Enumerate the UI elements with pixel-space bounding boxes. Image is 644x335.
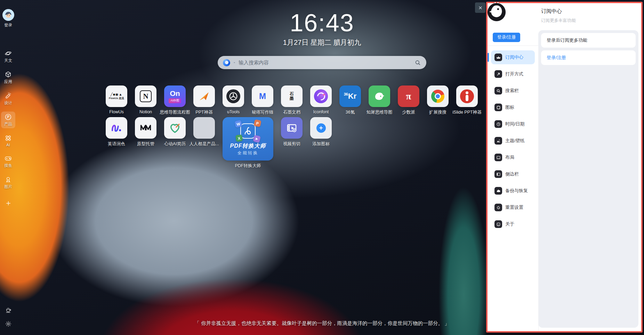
app-logo [487, 1, 507, 22]
app-label: 心动AI简历 [164, 141, 186, 147]
app-tile[interactable]: OnAI作图 [164, 85, 186, 107]
clock-widget[interactable]: 16:43 1月27日 星期二 腊月初九 [283, 10, 361, 47]
app-zhixi-mindmap[interactable]: 知犀思维导图 [369, 85, 390, 115]
word-badge: W [234, 120, 242, 128]
app-tile[interactable]: M [252, 85, 273, 107]
app-tile[interactable] [223, 85, 244, 107]
add-category-button[interactable] [5, 200, 12, 207]
app-shimo-docs[interactable]: 石墨 石墨文档 [281, 85, 303, 115]
app-utools[interactable]: uTools [223, 85, 244, 115]
design-pen-icon [5, 92, 12, 99]
pdf-subtitle: 全能转换 [238, 150, 258, 156]
gamepad-icon [5, 155, 12, 162]
settings-panel: 登录/注册 订阅中心 打开方式 搜索栏 图标 时间/日期 主题/壁纸 布局 侧边… [486, 2, 643, 333]
plus-icon [5, 200, 12, 207]
app-metaso-writing-cat[interactable]: M 秘塔写作猫 [252, 85, 273, 115]
search-input[interactable] [239, 60, 412, 65]
app-flowus[interactable]: ╱■◉▲FlowUs 息流 FlowUs [106, 85, 127, 115]
search-bar[interactable] [218, 56, 426, 69]
app-tile[interactable] [310, 85, 332, 107]
app-tile[interactable]: 36Kr [339, 85, 361, 107]
app-extension-search[interactable]: 扩展搜搜 [427, 85, 449, 115]
app-grid-row2: 英语润色 原型托管 心动AI简历 人人都是产品... W P X ▶ PDF转换… [106, 117, 332, 169]
product-p-icon: P [5, 113, 12, 121]
menu-item-sidebar[interactable]: 侧边栏 [491, 167, 535, 181]
app-everyone-product[interactable]: 人人都是产品... [193, 117, 215, 147]
sidebar-item-ai[interactable]: AI [1, 133, 15, 148]
menu-item-about[interactable]: 关于 [491, 217, 535, 231]
image-icon [494, 137, 502, 145]
reset-icon [494, 204, 502, 211]
layout-icon [494, 154, 502, 161]
coffee-icon[interactable] [5, 307, 12, 313]
app-mindmap-flowchart[interactable]: OnAI作图 思维导图流程图 [164, 85, 186, 115]
daily-quote: 「 你并非孤立无援，也绝非无关紧要。就像叶子是树的一部分，雨滴是海洋的一部分，你… [194, 320, 449, 327]
cube-icon [5, 71, 12, 78]
app-islide-ppt[interactable]: iSlide PPT神器 [456, 85, 478, 115]
app-tile[interactable] [164, 117, 186, 139]
app-tile[interactable]: N [135, 85, 156, 107]
menu-item-layout[interactable]: 布局 [491, 150, 535, 164]
app-36kr[interactable]: 36Kr 36氪 [339, 85, 361, 115]
menu-item-time-date[interactable]: 时间/日期 [491, 117, 535, 131]
app-tile[interactable]: + [310, 117, 332, 139]
sidebar-item-design[interactable]: 设计 [1, 90, 15, 107]
ai-knot-icon [5, 134, 12, 142]
sidebar-item-fishing[interactable]: 摸鱼 [1, 153, 15, 170]
panel-title: 订阅中心 [541, 8, 562, 15]
menu-item-search-bar[interactable]: 搜索栏 [491, 84, 535, 98]
sidebar-item-product[interactable]: P 产品 [1, 112, 15, 128]
chevron-down-icon[interactable] [233, 61, 236, 64]
app-prototype-hosting[interactable]: 原型托管 [135, 117, 156, 147]
clock-time: 16:43 [283, 10, 361, 36]
app-sspai[interactable]: π 少数派 [398, 85, 419, 115]
menu-item-reset-settings[interactable]: 重置设置 [491, 201, 535, 214]
menu-item-open-mode[interactable]: 打开方式 [491, 67, 535, 81]
app-tile[interactable] [193, 85, 215, 107]
magnifier-icon[interactable] [414, 59, 421, 66]
app-tile[interactable] [135, 117, 156, 139]
app-tile[interactable] [106, 117, 127, 139]
app-tile[interactable] [427, 85, 449, 107]
app-label: 石墨文档 [283, 109, 300, 115]
app-tile-pdf-master[interactable]: W P X ▶ PDF转换大师 全能转换 [223, 117, 273, 161]
left-rail: 登录 天文 应用 设计 P 产品 AI 摸鱼 图片 [0, 0, 16, 335]
app-tile[interactable] [369, 85, 390, 107]
app-label: 36氪 [346, 109, 355, 115]
close-panel-button[interactable] [475, 2, 485, 13]
app-ai-resume[interactable]: 心动AI简历 [164, 117, 186, 147]
sidebar-item-astronomy[interactable]: 天文 [1, 48, 15, 65]
app-tile[interactable]: π [398, 85, 419, 107]
video-badge: ▶ [253, 134, 261, 142]
square-icon [494, 104, 502, 111]
app-ppt-tool[interactable]: PPT神器 [193, 85, 215, 115]
app-notion[interactable]: N Notion [135, 85, 156, 115]
app-video-cut[interactable]: 视频剪切 [281, 117, 303, 147]
sidebar-item-apps[interactable]: 应用 [1, 69, 15, 86]
settings-gear-icon[interactable] [5, 320, 12, 327]
search-engine-icon[interactable] [223, 59, 230, 66]
sidebar-item-images[interactable]: 图片 [1, 174, 15, 191]
app-label: PPT神器 [195, 109, 212, 115]
login-register-link[interactable]: 登录/注册 [541, 50, 636, 65]
pdf-loop-icon [240, 123, 256, 139]
app-label: 思维导图流程图 [160, 109, 190, 115]
menu-item-icons[interactable]: 图标 [491, 100, 535, 114]
app-add-icon[interactable]: + 添加图标 [310, 117, 332, 147]
menu-item-theme-wallpaper[interactable]: 主题/壁纸 [491, 134, 535, 148]
menu-item-subscription-center[interactable]: 订阅中心 [491, 50, 535, 64]
app-tile[interactable]: ╱■◉▲FlowUs 息流 [106, 85, 127, 107]
login-register-button[interactable]: 登录/注册 [493, 33, 520, 42]
app-tile[interactable] [193, 117, 215, 139]
app-pdf-master[interactable]: W P X ▶ PDF转换大师 全能转换 PDF转换大师 [223, 117, 273, 169]
settings-menu: 订阅中心 打开方式 搜索栏 图标 时间/日期 主题/壁纸 布局 侧边栏 备份与恢… [488, 50, 538, 234]
app-tile[interactable]: 石墨 [281, 85, 303, 107]
panel-subtitle: 订阅更多丰富功能 [541, 18, 576, 24]
login-avatar[interactable]: 登录 [2, 9, 14, 28]
app-iconfont[interactable]: Iconfont [310, 85, 332, 115]
app-tile[interactable] [456, 85, 478, 107]
app-tile[interactable] [281, 117, 303, 139]
app-english-polish[interactable]: 英语润色 [106, 117, 127, 147]
menu-item-backup-restore[interactable]: 备份与恢复 [491, 184, 535, 198]
clock-date: 1月27日 星期二 腊月初九 [283, 38, 361, 47]
